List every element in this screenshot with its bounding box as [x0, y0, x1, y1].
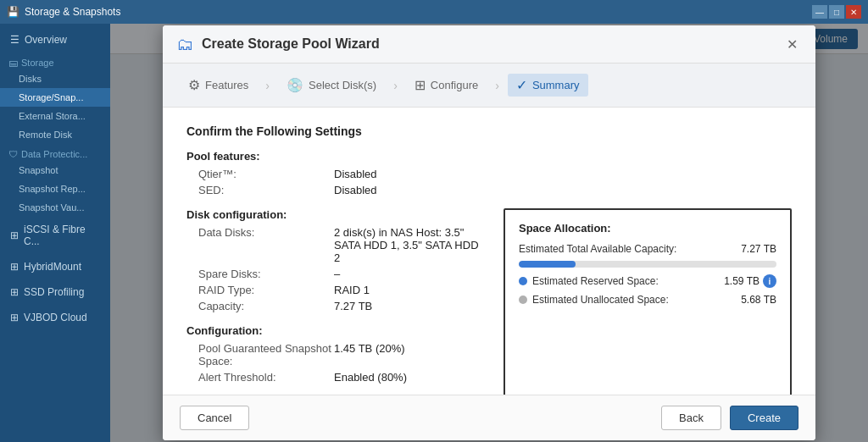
app-title: Storage & Snapshots [25, 6, 120, 18]
estimated-total-row: Estimated Total Available Capacity: 7.27… [519, 243, 776, 255]
step-configure[interactable]: ⊞ Configure [406, 74, 487, 97]
maximize-button[interactable]: □ [829, 5, 844, 19]
sidebar-item-overview[interactable]: ☰ Overview [0, 27, 110, 52]
sidebar-item-disks[interactable]: Disks [0, 69, 110, 88]
main-area: 🔍 ? ⚙ New Volume 🗂 Create Storage Pool W… [110, 24, 868, 442]
unallocated-dot [519, 296, 527, 304]
disk-config-section: Disk configuration: Data Disks: 2 disk(s… [186, 208, 487, 312]
alert-threshold-value: Enabled (80%) [334, 371, 407, 384]
step-select-disks[interactable]: 💿 Select Disk(s) [278, 74, 385, 97]
modal-title: Create Storage Pool Wizard [202, 36, 380, 52]
capacity-label: Capacity: [198, 300, 334, 312]
configuration-title: Configuration: [186, 324, 487, 337]
content-row: Disk configuration: Data Disks: 2 disk(s… [186, 208, 792, 395]
reserved-dot [519, 277, 527, 285]
select-disks-step-icon: 💿 [287, 77, 303, 93]
alert-threshold-label: Alert Threshold: [198, 371, 334, 384]
app-window: 💾 Storage & Snapshots — □ ✕ ☰ Overview 🖴… [0, 0, 868, 442]
app-titlebar: 💾 Storage & Snapshots — □ ✕ [0, 0, 868, 24]
wizard-steps: ⚙ Features › 💿 Select Disk(s) › ⊞ Config… [163, 64, 815, 108]
spare-disks-label: Spare Disks: [198, 268, 334, 280]
raid-type-label: RAID Type: [198, 284, 334, 296]
configuration-section: Configuration: Pool Guaranteed Snapshot … [186, 324, 487, 384]
qtier-row: Qtier™: Disabled [186, 168, 792, 180]
qtier-label: Qtier™: [198, 168, 334, 180]
select-disks-step-label: Select Disk(s) [309, 79, 376, 91]
space-allocation-box: Space Allocation: Estimated Total Availa… [504, 208, 792, 395]
configure-step-icon: ⊞ [415, 77, 426, 93]
footer-right: Back Create [661, 406, 798, 430]
modal-overlay: 🗂 Create Storage Pool Wizard ✕ ⚙ Feature… [110, 24, 868, 442]
qtier-value: Disabled [334, 168, 377, 180]
sidebar: ☰ Overview 🖴 Storage Disks Storage/Snap.… [0, 24, 110, 442]
sidebar-section-data-protection: 🛡 Data Protectic... [0, 144, 110, 161]
unallocated-space-row: Estimated Unallocated Space: 5.68 TB [519, 294, 776, 306]
vjbod-icon: ⊞ [10, 312, 19, 323]
features-step-icon: ⚙ [188, 77, 200, 93]
sidebar-item-snapshot[interactable]: Snapshot [0, 161, 110, 180]
cancel-button[interactable]: Cancel [180, 406, 249, 430]
confirm-heading: Confirm the Following Settings [186, 124, 792, 138]
sidebar-item-hybridmount[interactable]: ⊞ HybridMount [0, 254, 110, 279]
sidebar-item-iscsi[interactable]: ⊞ iSCSI & Fibre C... [0, 217, 110, 254]
sed-label: SED: [198, 184, 334, 196]
modal-close-button[interactable]: ✕ [782, 34, 802, 54]
space-alloc-title: Space Allocation: [519, 222, 776, 235]
step-sep-2: › [393, 79, 398, 92]
unallocated-label: Estimated Unallocated Space: [532, 294, 726, 306]
pool-features-title: Pool features: [186, 150, 792, 163]
sidebar-item-storage-snap[interactable]: Storage/Snap... [0, 88, 110, 107]
step-features[interactable]: ⚙ Features [180, 74, 257, 97]
summary-step-label: Summary [532, 79, 580, 91]
data-protection-icon: 🛡 [8, 149, 18, 159]
snapshot-space-row: Pool Guaranteed Snapshot Space: 1.45 TB … [186, 342, 487, 367]
alert-threshold-row: Alert Threshold: Enabled (80%) [186, 371, 487, 384]
raid-type-value: RAID 1 [334, 284, 370, 296]
modal-header: 🗂 Create Storage Pool Wizard ✕ [163, 25, 815, 64]
pool-features-section: Pool features: Qtier™: Disabled SED: Dis… [186, 150, 792, 196]
features-step-label: Features [205, 79, 248, 91]
create-storage-pool-modal: 🗂 Create Storage Pool Wizard ✕ ⚙ Feature… [163, 25, 815, 440]
step-summary[interactable]: ✓ Summary [508, 74, 588, 97]
sidebar-item-external-storage[interactable]: External Stora... [0, 107, 110, 125]
sidebar-item-snapshot-rep[interactable]: Snapshot Rep... [0, 180, 110, 198]
data-disks-value: 2 disk(s) in NAS Host: 3.5" SATA HDD 1, … [334, 226, 487, 264]
estimated-total-value: 7.27 TB [726, 243, 776, 255]
overview-icon: ☰ [10, 34, 19, 46]
summary-step-icon: ✓ [516, 77, 527, 93]
sidebar-item-ssd[interactable]: ⊞ SSD Profiling [0, 279, 110, 305]
reserved-value: 1.59 TB [709, 275, 760, 287]
sidebar-item-remote-disk[interactable]: Remote Disk [0, 125, 110, 144]
sidebar-section-storage: 🖴 Storage [0, 52, 110, 69]
minimize-button[interactable]: — [812, 5, 827, 19]
iscsi-icon: ⊞ [10, 229, 19, 241]
data-disks-label: Data Disks: [198, 226, 334, 239]
modal-body: Confirm the Following Settings Pool feat… [163, 108, 815, 395]
wizard-icon: 🗂 [176, 35, 193, 54]
titlebar-controls: — □ ✕ [812, 5, 861, 19]
step-sep-3: › [495, 79, 499, 92]
snapshot-space-value: 1.45 TB (20%) [334, 342, 405, 355]
space-progress-bar [519, 261, 776, 268]
close-button[interactable]: ✕ [846, 5, 861, 19]
sed-row: SED: Disabled [186, 184, 792, 196]
step-sep-1: › [265, 79, 270, 92]
reserved-info-icon[interactable]: i [763, 274, 776, 288]
capacity-value: 7.27 TB [334, 300, 372, 312]
reserved-space-row: Estimated Reserved Space: 1.59 TB i [519, 274, 776, 288]
spare-disks-value: – [334, 268, 340, 280]
ssd-icon: ⊞ [10, 286, 19, 298]
left-col: Disk configuration: Data Disks: 2 disk(s… [186, 208, 487, 395]
create-button[interactable]: Create [730, 406, 798, 430]
sed-value: Disabled [334, 184, 377, 196]
sidebar-item-snapshot-vault[interactable]: Snapshot Vau... [0, 198, 110, 217]
back-button[interactable]: Back [661, 406, 721, 430]
sidebar-item-vjbod[interactable]: ⊞ VJBOD Cloud [0, 305, 110, 330]
storage-icon: 🖴 [8, 58, 18, 68]
spare-disks-row: Spare Disks: – [186, 268, 487, 280]
raid-type-row: RAID Type: RAID 1 [186, 284, 487, 296]
configure-step-label: Configure [431, 79, 478, 91]
hybridmount-icon: ⊞ [10, 261, 19, 273]
estimated-total-label: Estimated Total Available Capacity: [519, 243, 726, 255]
capacity-row: Capacity: 7.27 TB [186, 300, 487, 312]
